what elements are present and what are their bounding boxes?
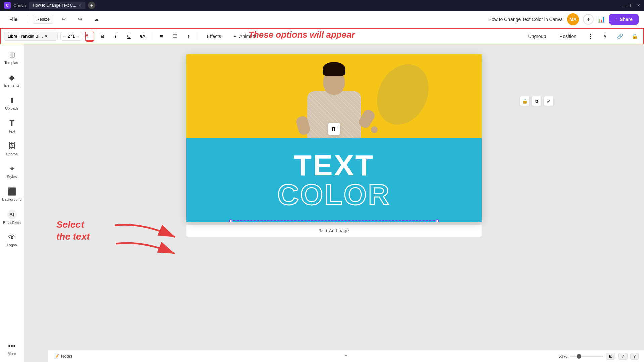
sidebar-item-elements[interactable]: ◆ Elements bbox=[1, 70, 23, 91]
refresh-page-icon: ↻ bbox=[319, 228, 323, 233]
uploads-icon: ⬆ bbox=[9, 96, 15, 105]
resize-label: Resize bbox=[36, 17, 50, 22]
notes-icon: 📝 bbox=[54, 354, 59, 359]
sidebar-styles-label: Styles bbox=[7, 175, 17, 179]
toolbar-divider-3 bbox=[198, 32, 198, 40]
sidebar-background-label: Background bbox=[2, 197, 22, 201]
sidebar-item-photos[interactable]: 🖼 Photos bbox=[1, 138, 23, 160]
font-size-value: 271 bbox=[67, 34, 75, 39]
copy-control-button[interactable]: ⧉ bbox=[532, 96, 541, 106]
delete-icon: 🗑 bbox=[331, 126, 337, 132]
annotation-arrow-2 bbox=[116, 234, 190, 260]
resize-button[interactable]: Resize bbox=[33, 15, 53, 24]
main-layout: ⊞ Template ◆ Elements ⬆ Uploads T Text 🖼… bbox=[0, 44, 644, 362]
slide-bottom: ↻ TEXT COLOR bbox=[186, 138, 482, 222]
window-controls: — □ × bbox=[622, 3, 640, 8]
file-menu-button[interactable]: File bbox=[5, 15, 21, 24]
handle-top-right[interactable] bbox=[436, 219, 439, 222]
position-button[interactable]: Position bbox=[555, 32, 581, 41]
tab-close-icon[interactable]: × bbox=[79, 3, 81, 7]
person-hair bbox=[323, 62, 345, 76]
slide-controls: 🔒 ⧉ ⤢ bbox=[520, 96, 553, 106]
zoom-value: 53% bbox=[558, 354, 567, 359]
document-title: How to Change Text Color in Canva bbox=[488, 17, 563, 22]
close-window-icon[interactable]: × bbox=[637, 3, 640, 8]
bottom-bar: 📝 Notes ⌃ 53% ⊡ ⤢ ? bbox=[48, 350, 644, 362]
fullscreen-button[interactable]: ⤢ bbox=[618, 353, 628, 360]
add-tab-button[interactable]: + bbox=[88, 2, 95, 9]
underline-button[interactable]: U bbox=[124, 31, 135, 42]
redo-button[interactable]: ↪ bbox=[74, 14, 86, 24]
link-icon[interactable]: 🔗 bbox=[614, 31, 625, 42]
share-label: Share bbox=[620, 17, 633, 22]
sidebar-more-label: More bbox=[8, 352, 16, 356]
brandfetch-icon: Bf bbox=[7, 210, 17, 219]
decrease-font-button[interactable]: − bbox=[63, 33, 66, 39]
expand-control-button[interactable]: ⤢ bbox=[544, 96, 553, 106]
titlebar: C Canva How to Change Text C... × + — □ … bbox=[0, 0, 644, 11]
tab-title: How to Change Text C... bbox=[33, 3, 76, 8]
sidebar-item-uploads[interactable]: ⬆ Uploads bbox=[1, 93, 23, 114]
elements-icon: ◆ bbox=[9, 73, 15, 82]
active-tab[interactable]: How to Change Text C... × bbox=[29, 2, 85, 9]
sidebar-item-text[interactable]: T Text bbox=[1, 115, 23, 137]
lock-icon[interactable]: 🔒 bbox=[629, 31, 640, 42]
undo-button[interactable]: ↩ bbox=[57, 14, 70, 24]
person-hand bbox=[370, 125, 379, 134]
slide: 🗑 ↻ TEXT COLOR bbox=[186, 54, 482, 222]
sidebar: ⊞ Template ◆ Elements ⬆ Uploads T Text 🖼… bbox=[0, 44, 24, 362]
canvas-area: 🔒 ⧉ ⤢ bbox=[24, 44, 644, 362]
add-collaborator-button[interactable]: + bbox=[583, 14, 594, 25]
app-name: Canva bbox=[13, 3, 26, 8]
bold-button[interactable]: B bbox=[97, 31, 108, 42]
increase-font-button[interactable]: + bbox=[76, 33, 79, 39]
text-color-button[interactable]: A bbox=[85, 32, 94, 41]
effects-button[interactable]: Effects bbox=[202, 32, 226, 41]
more-icon: ••• bbox=[8, 342, 16, 350]
sidebar-brandfetch-label: Brandfetch bbox=[3, 221, 21, 225]
italic-button[interactable]: I bbox=[110, 31, 121, 42]
sidebar-item-brandfetch[interactable]: Bf Brandfetch bbox=[1, 206, 23, 228]
page-indicator-button[interactable]: ⊡ bbox=[606, 353, 615, 360]
page-up-button[interactable]: ⌃ bbox=[344, 354, 348, 359]
styles-icon: ✦ bbox=[9, 165, 15, 173]
sidebar-item-background[interactable]: ⬛ Background bbox=[1, 184, 23, 205]
spacing-button[interactable]: ↕ bbox=[183, 31, 194, 42]
sidebar-item-logos[interactable]: 👁 Logos bbox=[1, 229, 23, 251]
lock-control-button[interactable]: 🔒 bbox=[520, 96, 529, 106]
list-button[interactable]: ☰ bbox=[170, 31, 180, 42]
photos-icon: 🖼 bbox=[8, 142, 16, 150]
sidebar-item-styles[interactable]: ✦ Styles bbox=[1, 161, 23, 182]
ungroup-button[interactable]: Ungroup bbox=[523, 32, 551, 41]
analytics-icon[interactable]: 📊 bbox=[598, 16, 605, 23]
maximize-icon[interactable]: □ bbox=[630, 3, 633, 8]
sidebar-elements-label: Elements bbox=[4, 83, 20, 87]
add-page-label: + Add page bbox=[325, 228, 349, 233]
sidebar-photos-label: Photos bbox=[6, 152, 17, 156]
notes-label: Notes bbox=[61, 354, 72, 359]
help-button[interactable]: ? bbox=[630, 353, 639, 360]
sidebar-item-template[interactable]: ⊞ Template bbox=[1, 47, 23, 68]
share-button[interactable]: ↑ Share bbox=[609, 14, 639, 25]
align-button[interactable]: ≡ bbox=[156, 31, 167, 42]
selection-box: ↻ bbox=[230, 220, 438, 222]
handle-top-left[interactable] bbox=[229, 219, 232, 222]
toolbar-divider-2 bbox=[152, 32, 152, 40]
zoom-slider[interactable] bbox=[570, 356, 603, 357]
more-options-icon[interactable]: ⋮ bbox=[585, 31, 596, 42]
font-selector[interactable]: Libre Franklin Bl... ▾ bbox=[4, 32, 58, 41]
grid-icon[interactable]: # bbox=[600, 31, 610, 42]
toolbar-divider-1 bbox=[27, 15, 27, 23]
logos-icon: 👁 bbox=[8, 233, 16, 242]
add-page-button[interactable]: ↻ + Add page bbox=[186, 225, 482, 237]
minimize-icon[interactable]: — bbox=[622, 3, 626, 8]
notes-button[interactable]: 📝 Notes bbox=[54, 354, 72, 359]
sidebar-item-more[interactable]: ••• More bbox=[1, 338, 23, 359]
case-button[interactable]: aA bbox=[137, 31, 148, 42]
cloud-save-button[interactable]: ☁ bbox=[90, 15, 103, 24]
font-name: Libre Franklin Bl... bbox=[8, 34, 43, 39]
slide-top: 🗑 bbox=[186, 54, 482, 138]
delete-button[interactable]: 🗑 bbox=[328, 123, 340, 135]
slide-text-line2: COLOR bbox=[277, 180, 391, 209]
slide-text-line1: TEXT bbox=[294, 150, 375, 180]
